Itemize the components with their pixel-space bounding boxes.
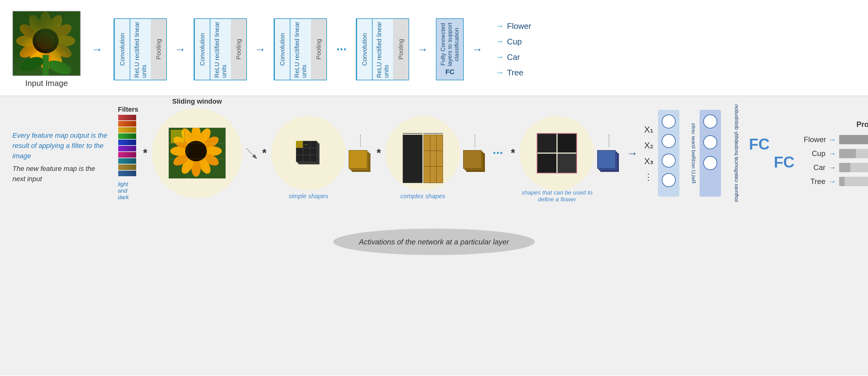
prob-car-label: Car xyxy=(804,163,826,172)
sliding-window-label: Sliding window xyxy=(172,97,222,105)
label-car: Car xyxy=(507,53,520,62)
prob-bar-car-fill xyxy=(839,163,850,172)
prob-bar-car xyxy=(839,163,868,172)
top-section: Input Image → Convolution ReLU rectified… xyxy=(0,0,868,96)
label-tree: Tree xyxy=(507,68,523,77)
svg-point-17 xyxy=(18,54,45,74)
bubble-container: Sliding window xyxy=(152,108,242,198)
neuron-1-1 xyxy=(662,115,676,128)
relu-2: ReLU rectified linear units xyxy=(210,19,231,80)
svg-text:→: → xyxy=(186,131,194,140)
arrow-1-2: → xyxy=(175,43,186,56)
fc2-column: softmax categorical probability distribu… xyxy=(700,110,721,197)
arrow-flower: → xyxy=(495,21,504,31)
x1-label: X₁ xyxy=(644,124,653,135)
fm-stack-brown-2 xyxy=(463,150,487,174)
arrow-to-nn: → xyxy=(627,147,638,160)
x2-label: X₂ xyxy=(644,140,653,151)
svg-rect-34 xyxy=(171,130,184,143)
arrow-4-fc: → xyxy=(417,43,428,56)
filter-8 xyxy=(118,158,136,164)
fc-desc-text: Fully Connectedlayers to supportclassifi… xyxy=(440,23,460,66)
svg-point-8 xyxy=(40,49,51,70)
probability-title: Probability xyxy=(804,120,868,129)
probability-section: Probability Flower → Cup → Car xyxy=(804,120,868,186)
bottom-dots: ··· xyxy=(493,146,503,160)
filters-stack xyxy=(118,115,138,180)
fc-block-top: Fully Connectedlayers to supportclassifi… xyxy=(436,18,464,80)
flower-shapes-bubble xyxy=(520,116,594,190)
prob-car-row: Car → xyxy=(804,163,868,172)
arrow-prob-cup: → xyxy=(829,149,836,158)
fm-simple-below xyxy=(349,133,372,174)
relu-vertical-label: ReLU rectified linear units xyxy=(690,123,696,183)
simple-shapes-label: simple shapes xyxy=(288,193,328,200)
filter-3 xyxy=(118,127,136,133)
fm-complex-below xyxy=(463,133,487,174)
dashed-down-1 xyxy=(356,133,365,149)
left-text-block: Every feature map output is the result o… xyxy=(12,130,108,184)
cnn-block-3: Convolution ReLU rectified linear units … xyxy=(274,18,327,80)
activations-ellipse: Activations of the network at a particul… xyxy=(333,229,535,255)
svg-point-33 xyxy=(185,141,207,161)
blue-italic-text: Every feature map output is the result o… xyxy=(12,130,108,161)
fc1-big-label: FC xyxy=(749,135,770,153)
prob-bar-cup xyxy=(839,149,868,158)
neuron-1-3 xyxy=(662,154,676,167)
prob-bar-tree xyxy=(839,177,868,186)
star-op-3: * xyxy=(377,147,381,160)
bottom-section: Every feature map output is the result o… xyxy=(0,96,868,375)
prob-cup-row: Cup → xyxy=(804,149,868,158)
neuron-1-2 xyxy=(662,134,676,148)
prob-tree-label: Tree xyxy=(804,177,826,186)
svg-point-3 xyxy=(45,12,65,37)
flower-shapes-section: shapes that can be used to define a flow… xyxy=(520,116,594,190)
pool-3: Pooling xyxy=(311,19,327,80)
svg-rect-16 xyxy=(42,55,49,76)
pool-1: Pooling xyxy=(151,19,166,80)
svg-point-12 xyxy=(18,21,42,41)
filter-10 xyxy=(118,170,136,176)
neuron-2-3 xyxy=(703,156,717,170)
dashed-arrow-svg-1 xyxy=(245,147,257,159)
filter-5 xyxy=(118,139,136,145)
arrow-tree: → xyxy=(495,68,504,77)
filters-sublabel: light and dark xyxy=(118,181,138,201)
arrow-2-3: → xyxy=(255,43,266,56)
x-inputs: X₁ X₂ X₃ ⋮ xyxy=(644,124,653,182)
input-label: Input Image xyxy=(25,79,68,88)
fc2-big-label: FC xyxy=(774,153,795,171)
svg-point-6 xyxy=(50,40,74,60)
svg-point-11 xyxy=(16,35,38,46)
fc-label: FC xyxy=(445,68,455,76)
fc-bottom-labels: FC FC xyxy=(749,135,795,171)
arrow-prob-tree: → xyxy=(829,177,836,186)
filter-1 xyxy=(118,115,136,120)
relu-1: ReLU rectified linear units xyxy=(130,19,151,80)
cnn-blocks-flow: Convolution ReLU rectified linear units … xyxy=(114,18,531,80)
svg-rect-0 xyxy=(13,11,81,76)
complex-shapes-section: complex shapes xyxy=(385,116,460,190)
x-dots: ⋮ xyxy=(644,172,653,182)
prob-flower-label: Flower xyxy=(804,135,826,144)
flower-fm-grid xyxy=(537,133,577,174)
activations-container: Activations of the network at a particul… xyxy=(12,229,856,255)
filter-4 xyxy=(118,133,136,139)
svg-line-40 xyxy=(247,149,256,158)
complex-fm-grid xyxy=(403,133,443,174)
pool-2: Pooling xyxy=(231,19,246,80)
top-dots: ··· xyxy=(336,42,346,57)
cnn-block-4: Convolution ReLU rectified linear units … xyxy=(356,18,409,80)
prob-tree-row: Tree → xyxy=(804,177,868,186)
relu-3: ReLU rectified linear units xyxy=(290,19,311,80)
neuron-1-4 xyxy=(662,173,676,187)
input-image-container: Input Image xyxy=(12,11,81,88)
svg-point-10 xyxy=(18,40,42,60)
filter-7 xyxy=(118,152,136,158)
svg-point-5 xyxy=(53,35,75,46)
conv-2: Convolution xyxy=(194,19,210,80)
conv-3: Convolution xyxy=(274,19,290,80)
fm-stack-blue xyxy=(597,150,620,174)
conv-1: Convolution xyxy=(114,19,130,80)
fm-stack-brown-1 xyxy=(349,150,372,174)
